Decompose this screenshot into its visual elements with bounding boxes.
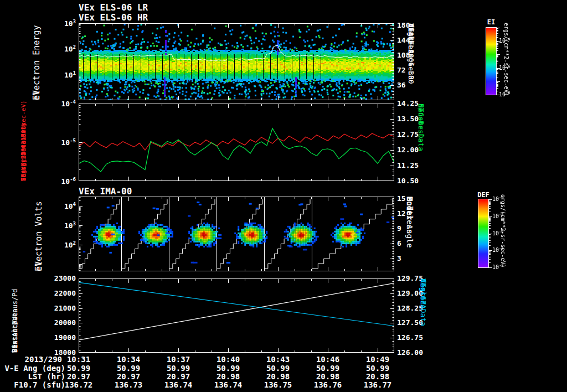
- vlabel-line: eV: [33, 90, 42, 100]
- vlabel-line: km: [12, 345, 19, 353]
- table-value: 50.99: [253, 364, 303, 373]
- table-value: 50.99: [54, 364, 104, 373]
- panel-4-altitude-and-sza: [79, 278, 394, 353]
- vlabel-line: SCAN: 20 - 300: [407, 23, 415, 84]
- table-value: 20.98: [253, 372, 303, 381]
- table-value: 50.99: [203, 364, 253, 373]
- panel-1-els-electron-energy-spectrogram: [79, 23, 394, 100]
- table-value: 50.99: [153, 364, 203, 373]
- table-value: 20.97: [153, 372, 203, 381]
- panel1-title-lr: VEx ELS-06 LR: [79, 2, 148, 13]
- table-value: 136.76: [303, 380, 353, 389]
- table-value: 20.98: [303, 372, 353, 381]
- table-value: 50.99: [353, 364, 403, 373]
- vlabel-line: Unitless: [405, 197, 414, 234]
- time-label: 10:31: [54, 355, 104, 364]
- tick-label: 3: [397, 255, 430, 262]
- panel-3-ima-ion-spectrogram: [79, 197, 394, 271]
- tick-label: 10-6: [0, 177, 76, 185]
- vlabel-line: ergs/(cm**2-sr-sec-eV): [500, 194, 506, 267]
- table-value: 136.74: [203, 380, 253, 389]
- panel-2-els-intensity-and-magnetic-field: [79, 104, 394, 181]
- tick-label: 13.50: [397, 115, 430, 122]
- vlabel-line: Electron Energy: [33, 25, 42, 100]
- date-label: 2013/290: [0, 355, 62, 364]
- time-label: 10:43: [253, 355, 303, 364]
- table-value: 136.75: [253, 380, 303, 389]
- tick-label: 10-4: [0, 100, 76, 107]
- time-label: 10:40: [203, 355, 253, 364]
- colorbar-def: [478, 199, 494, 268]
- tick-label: 10-5: [0, 138, 76, 146]
- table-value: 136.72: [54, 380, 104, 389]
- vlabel-line: nT: [417, 104, 425, 112]
- table-value: 20.98: [353, 372, 403, 381]
- tick-label: 10.50: [397, 177, 430, 184]
- tick-label: 126.75: [397, 334, 430, 341]
- panel3-title: VEx IMA-00: [79, 186, 132, 197]
- time-label: 10:37: [153, 355, 203, 364]
- tick-label: 12.75: [397, 131, 430, 138]
- table-value: 50.99: [303, 364, 353, 373]
- table-value: 136.77: [353, 380, 403, 389]
- table-value: 20.97: [104, 372, 153, 381]
- table-value: 136.74: [153, 380, 203, 389]
- table-value: 50.99: [104, 364, 153, 373]
- tick-label: 11.25: [397, 162, 430, 169]
- tick-label: 12.00: [397, 146, 430, 153]
- table-value: 20.98: [203, 372, 253, 381]
- time-label: 10:34: [104, 355, 153, 364]
- panel1-title-hr: VEx ELS-06 HR: [79, 12, 148, 23]
- vlabel-line: degrees: [419, 278, 427, 309]
- vlabel-line: SCAN: 20 - 150: [20, 130, 27, 181]
- colorbar-ei-title: EI: [477, 18, 505, 26]
- table-value: 136.73: [104, 380, 153, 389]
- vlabel-line: eV: [35, 261, 44, 271]
- tick-label: 14.25: [397, 100, 430, 107]
- tick-label: 23000: [0, 275, 76, 282]
- vlabel-line: ergs/(cm**2-sr-sec-eV): [503, 23, 509, 96]
- time-label: 10:49: [353, 355, 403, 364]
- table-value: 20.97: [54, 372, 104, 381]
- vex-quicklook-plot: VEx ELS-06 LR VEx ELS-06 HR VEx IMA-00 E…: [0, 0, 567, 392]
- time-label: 10:46: [303, 355, 353, 364]
